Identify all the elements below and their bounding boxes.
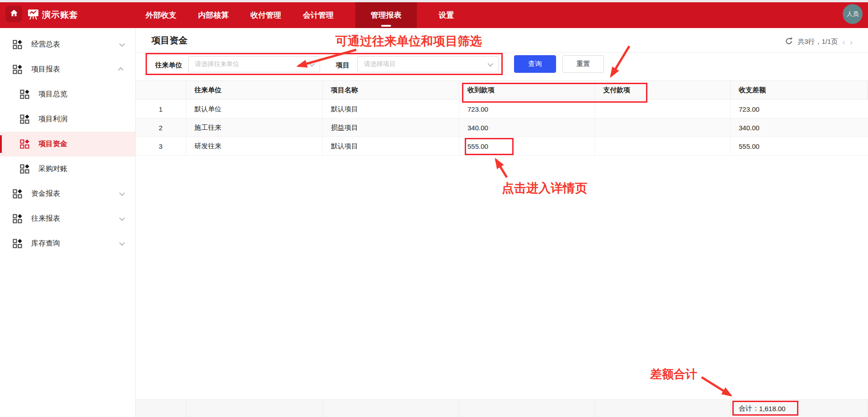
grid-diamond-icon bbox=[20, 90, 29, 99]
footer-cell bbox=[136, 400, 186, 417]
sidebar-item-business-summary[interactable]: 经营总表 bbox=[0, 32, 135, 57]
home-button[interactable] bbox=[5, 5, 22, 22]
account-name: 演示账套 bbox=[42, 9, 78, 21]
cell-project: 损益项目 bbox=[323, 118, 459, 137]
cell-project: 默认项目 bbox=[323, 137, 459, 155]
sidebar-item-project-reports[interactable]: 项目报表 bbox=[0, 57, 135, 82]
sidebar-item-label: 项目资金 bbox=[38, 139, 67, 149]
title-divider bbox=[136, 52, 868, 52]
pagination-summary: 共3行，1/1页 bbox=[797, 38, 838, 46]
nav-item-accounting-management[interactable]: 会计管理 bbox=[303, 2, 334, 28]
page-title: 项目资金 bbox=[151, 34, 188, 47]
sidebar-item-funds-reports[interactable]: 资金报表 bbox=[0, 181, 135, 206]
footer-cell bbox=[595, 400, 731, 417]
cell-difference: 340.00 bbox=[731, 118, 868, 137]
grid-diamond-icon bbox=[20, 164, 29, 174]
table-row[interactable]: 3 研发往来 默认项目 555.00 555.00 bbox=[136, 137, 868, 156]
chevron-down-icon bbox=[119, 41, 125, 47]
nav-item-external-inout[interactable]: 外部收支 bbox=[146, 2, 176, 28]
project-filter-label: 项目 bbox=[336, 61, 349, 70]
sidebar-item-project-profit[interactable]: 项目利润 bbox=[0, 107, 135, 132]
sidebar-item-label: 采购对账 bbox=[38, 164, 67, 174]
user-avatar[interactable]: 人员 bbox=[843, 4, 863, 24]
chevron-up-icon bbox=[118, 67, 124, 73]
sidebar-item-purchase-reconciliation[interactable]: 采购对账 bbox=[0, 156, 135, 181]
cell-unit: 研发往来 bbox=[186, 137, 323, 155]
cell-paid[interactable] bbox=[595, 118, 731, 137]
grid-diamond-icon bbox=[20, 114, 29, 124]
top-navbar: 演示账套 外部收支 内部核算 收付管理 会计管理 管理报表 设置 人员 bbox=[0, 2, 868, 28]
nav-item-payment-management[interactable]: 收付管理 bbox=[250, 2, 281, 28]
refresh-icon[interactable] bbox=[785, 37, 793, 47]
grid-diamond-icon bbox=[13, 239, 22, 248]
main-nav: 外部收支 内部核算 收付管理 会计管理 管理报表 设置 bbox=[146, 2, 454, 28]
sidebar-item-project-overview[interactable]: 项目总览 bbox=[0, 82, 135, 107]
sidebar-item-label: 项目报表 bbox=[31, 65, 60, 74]
table-row[interactable]: 1 默认单位 默认项目 723.00 723.00 bbox=[136, 100, 868, 118]
sidebar-item-project-funds[interactable]: 项目资金 bbox=[0, 132, 135, 156]
table-row[interactable]: 2 施工往来 损益项目 340.00 340.00 bbox=[136, 118, 868, 137]
next-page-icon[interactable]: › bbox=[850, 38, 853, 46]
project-select[interactable]: 请选择项目 bbox=[357, 56, 499, 72]
sidebar-item-label: 往来报表 bbox=[31, 214, 60, 223]
sidebar-item-label: 资金报表 bbox=[31, 189, 60, 199]
row-index: 3 bbox=[136, 137, 186, 155]
sidebar-item-label: 项目总览 bbox=[38, 90, 67, 99]
sidebar: 经营总表 项目报表 项目总览 项目利润 项目资金 bbox=[0, 28, 136, 417]
column-header-paid: 支付款项 bbox=[595, 81, 731, 99]
column-header-difference: 收支差额 bbox=[731, 81, 868, 99]
column-header-received: 收到款项 bbox=[459, 81, 595, 99]
cell-unit: 默认单位 bbox=[186, 100, 323, 118]
unit-filter-label: 往来单位 bbox=[155, 61, 182, 70]
nav-item-internal-accounting[interactable]: 内部核算 bbox=[198, 2, 229, 28]
pagination-bar: 共3行，1/1页 ‹ › bbox=[785, 37, 853, 47]
sidebar-item-label: 库存查询 bbox=[31, 239, 60, 248]
footer-cell bbox=[323, 400, 459, 417]
grid-diamond-icon bbox=[13, 65, 22, 74]
sidebar-item-label: 项目利润 bbox=[38, 114, 67, 124]
chevron-down-icon bbox=[309, 61, 315, 66]
home-icon bbox=[9, 9, 19, 19]
presentation-board-icon bbox=[27, 8, 39, 20]
search-button[interactable]: 查询 bbox=[514, 55, 556, 73]
main-content: 项目资金 共3行，1/1页 ‹ › 往来单位 请选择往来单位 项目 请选择项目 … bbox=[136, 28, 868, 417]
nav-item-management-reports[interactable]: 管理报表 bbox=[355, 2, 417, 28]
chevron-down-icon bbox=[119, 190, 125, 196]
cell-unit: 施工往来 bbox=[186, 118, 323, 137]
cell-paid[interactable] bbox=[595, 137, 731, 155]
table-header-row: 往来单位 项目名称 收到款项 支付款项 收支差额 bbox=[136, 81, 868, 100]
unit-select-placeholder: 请选择往来单位 bbox=[195, 60, 239, 68]
cell-received[interactable]: 555.00 bbox=[459, 137, 595, 155]
table-footer-row: 合计： 1,618.00 bbox=[136, 399, 868, 417]
sidebar-item-current-reports[interactable]: 往来报表 bbox=[0, 206, 135, 231]
cell-difference: 723.00 bbox=[731, 100, 868, 118]
column-header-project: 项目名称 bbox=[323, 81, 459, 99]
cell-received[interactable]: 340.00 bbox=[459, 118, 595, 137]
column-header-index bbox=[136, 81, 186, 99]
grid-diamond-icon bbox=[13, 214, 22, 223]
chevron-down-icon bbox=[488, 61, 494, 66]
column-header-unit: 往来单位 bbox=[186, 81, 323, 99]
chevron-down-icon bbox=[119, 240, 125, 246]
app-window: 演示账套 外部收支 内部核算 收付管理 会计管理 管理报表 设置 人员 经营总表… bbox=[0, 0, 868, 417]
unit-select[interactable]: 请选择往来单位 bbox=[188, 56, 320, 72]
footer-total-cell: 合计： 1,618.00 bbox=[731, 400, 868, 417]
grid-diamond-icon bbox=[20, 139, 29, 149]
cell-project: 默认项目 bbox=[323, 100, 459, 118]
grid-diamond-icon bbox=[13, 189, 22, 199]
sidebar-item-label: 经营总表 bbox=[31, 40, 60, 49]
total-label: 合计： bbox=[739, 404, 759, 413]
row-index: 2 bbox=[136, 118, 186, 137]
cell-paid[interactable] bbox=[595, 100, 731, 118]
project-select-placeholder: 请选择项目 bbox=[364, 60, 396, 68]
total-value: 1,618.00 bbox=[759, 405, 785, 412]
nav-item-settings[interactable]: 设置 bbox=[439, 2, 454, 28]
grid-diamond-icon bbox=[13, 40, 22, 49]
reset-button[interactable]: 重置 bbox=[562, 55, 604, 73]
footer-cell bbox=[459, 400, 595, 417]
row-index: 1 bbox=[136, 100, 186, 118]
cell-received[interactable]: 723.00 bbox=[459, 100, 595, 118]
cell-difference: 555.00 bbox=[731, 137, 868, 155]
prev-page-icon[interactable]: ‹ bbox=[842, 38, 845, 46]
sidebar-item-inventory-query[interactable]: 库存查询 bbox=[0, 231, 135, 256]
